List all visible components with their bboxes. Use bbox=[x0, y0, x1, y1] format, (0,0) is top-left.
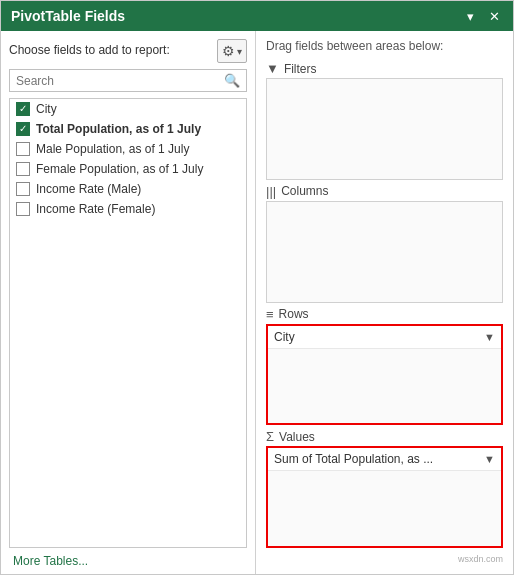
area-icon-values: Σ bbox=[266, 429, 274, 444]
field-checkbox-income-male[interactable] bbox=[16, 182, 30, 196]
field-label-city: City bbox=[36, 102, 57, 116]
gear-dropdown-arrow: ▾ bbox=[237, 46, 242, 57]
area-icon-columns: ||| bbox=[266, 184, 276, 199]
search-box: 🔍 bbox=[9, 69, 247, 92]
area-box-filters bbox=[266, 78, 503, 180]
search-icon: 🔍 bbox=[224, 73, 240, 88]
area-label-values: Values bbox=[279, 430, 315, 444]
title-bar: PivotTable Fields ▾ ✕ bbox=[1, 1, 513, 31]
more-tables-link[interactable]: More Tables... bbox=[9, 548, 247, 574]
area-box-columns bbox=[266, 201, 503, 303]
field-item-female-pop[interactable]: Female Population, as of 1 July bbox=[10, 159, 246, 179]
area-section-values: ΣValuesSum of Total Population, as ...▼ bbox=[266, 429, 503, 548]
field-label-male-pop: Male Population, as of 1 July bbox=[36, 142, 189, 156]
area-section-columns: |||Columns bbox=[266, 184, 503, 303]
choose-fields-label: Choose fields to add to report: bbox=[9, 43, 217, 59]
drop-item-arrow-values[interactable]: ▼ bbox=[484, 453, 495, 465]
watermark: wsxdn.com bbox=[266, 552, 503, 566]
field-item-income-male[interactable]: Income Rate (Male) bbox=[10, 179, 246, 199]
field-item-male-pop[interactable]: Male Population, as of 1 July bbox=[10, 139, 246, 159]
area-box-values: Sum of Total Population, as ...▼ bbox=[266, 446, 503, 548]
panel-title: PivotTable Fields bbox=[11, 8, 125, 24]
panel-body: Choose fields to add to report: ⚙ ▾ 🔍 Ci… bbox=[1, 31, 513, 574]
drop-item-arrow-rows[interactable]: ▼ bbox=[484, 331, 495, 343]
field-checkbox-female-pop[interactable] bbox=[16, 162, 30, 176]
close-icon: ✕ bbox=[489, 9, 500, 24]
drop-item-rows[interactable]: City▼ bbox=[268, 326, 501, 349]
area-header-rows: ≡Rows bbox=[266, 307, 503, 322]
area-header-values: ΣValues bbox=[266, 429, 503, 444]
field-label-income-female: Income Rate (Female) bbox=[36, 202, 155, 216]
fields-list: CityTotal Population, as of 1 JulyMale P… bbox=[9, 98, 247, 548]
pivot-table-fields-panel: PivotTable Fields ▾ ✕ Choose fields to a… bbox=[0, 0, 514, 575]
area-label-columns: Columns bbox=[281, 184, 328, 198]
pin-button[interactable]: ▾ bbox=[461, 7, 479, 25]
pin-icon: ▾ bbox=[467, 9, 474, 24]
area-label-filters: Filters bbox=[284, 62, 317, 76]
close-button[interactable]: ✕ bbox=[485, 7, 503, 25]
area-icon-rows: ≡ bbox=[266, 307, 274, 322]
field-item-income-female[interactable]: Income Rate (Female) bbox=[10, 199, 246, 219]
field-item-city[interactable]: City bbox=[10, 99, 246, 119]
drop-item-text-values: Sum of Total Population, as ... bbox=[274, 452, 484, 466]
area-icon-filters: ▼ bbox=[266, 61, 279, 76]
area-section-filters: ▼Filters bbox=[266, 61, 503, 180]
area-box-rows: City▼ bbox=[266, 324, 503, 426]
field-checkbox-male-pop[interactable] bbox=[16, 142, 30, 156]
right-panel: Drag fields between areas below: ▼Filter… bbox=[256, 31, 513, 574]
area-section-rows: ≡RowsCity▼ bbox=[266, 307, 503, 426]
field-checkbox-income-female[interactable] bbox=[16, 202, 30, 216]
title-bar-controls: ▾ ✕ bbox=[461, 7, 503, 25]
search-input[interactable] bbox=[16, 74, 224, 88]
field-checkbox-city[interactable] bbox=[16, 102, 30, 116]
drag-label: Drag fields between areas below: bbox=[266, 39, 503, 53]
area-label-rows: Rows bbox=[279, 307, 309, 321]
field-label-total-pop: Total Population, as of 1 July bbox=[36, 122, 201, 136]
left-panel: Choose fields to add to report: ⚙ ▾ 🔍 Ci… bbox=[1, 31, 256, 574]
drop-item-text-rows: City bbox=[274, 330, 484, 344]
field-item-total-pop[interactable]: Total Population, as of 1 July bbox=[10, 119, 246, 139]
field-checkbox-total-pop[interactable] bbox=[16, 122, 30, 136]
drop-item-values[interactable]: Sum of Total Population, as ...▼ bbox=[268, 448, 501, 471]
left-top: Choose fields to add to report: ⚙ ▾ bbox=[9, 39, 247, 63]
area-header-columns: |||Columns bbox=[266, 184, 503, 199]
gear-button[interactable]: ⚙ ▾ bbox=[217, 39, 247, 63]
area-header-filters: ▼Filters bbox=[266, 61, 503, 76]
gear-icon: ⚙ bbox=[222, 43, 235, 59]
field-label-income-male: Income Rate (Male) bbox=[36, 182, 141, 196]
field-label-female-pop: Female Population, as of 1 July bbox=[36, 162, 203, 176]
